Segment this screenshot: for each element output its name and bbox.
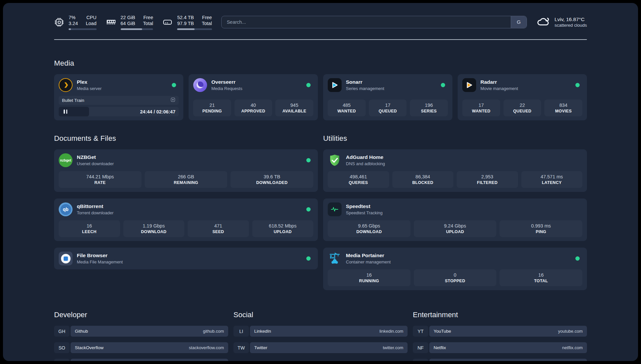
stat-value: 22 bbox=[505, 102, 540, 108]
stat-value: 17 bbox=[464, 102, 499, 108]
stat-label: RATE bbox=[60, 180, 140, 185]
header-divider bbox=[54, 39, 587, 40]
app-card-radarr: Radarr Movie management 17 WANTED 22 QUE… bbox=[458, 74, 587, 120]
stat-tile: 21 PENDING bbox=[193, 100, 231, 116]
app-name: Plex bbox=[77, 79, 102, 85]
stat-value: 2,953 bbox=[458, 174, 517, 180]
app-description: Container management bbox=[346, 259, 391, 265]
app-name: qBittorrent bbox=[77, 203, 113, 209]
utilities-column: Utilities bbox=[323, 120, 587, 290]
stat-tile: 22 QUEUED bbox=[504, 100, 541, 116]
stat-label: STOPPED bbox=[415, 279, 495, 283]
app-description: Torrent downloader bbox=[77, 210, 113, 216]
app-description: Media File Management bbox=[77, 259, 123, 265]
disk-total-value: 97.9 TB bbox=[177, 20, 194, 26]
stat-value: 21 bbox=[195, 102, 230, 108]
stat-tile: 744.21 Mbps RATE bbox=[59, 171, 141, 188]
section-title-media: Media bbox=[54, 59, 587, 68]
link-url: youtube.com bbox=[558, 329, 583, 334]
ram-free-value: 22 GiB bbox=[121, 15, 135, 20]
stat-label: UPLOAD bbox=[415, 229, 495, 234]
stat-tiles: 16 RUNNING 0 STOPPED 16 TOTAL bbox=[328, 265, 582, 286]
cpu-label: CPU bbox=[86, 15, 96, 20]
app-link-plex[interactable]: Plex Media server bbox=[59, 78, 179, 92]
portainer-icon bbox=[328, 252, 342, 265]
stat-label: BLOCKED bbox=[394, 180, 452, 185]
stat-tile: 16 LEECH bbox=[59, 220, 120, 237]
stat-tile: 485 WANTED bbox=[328, 100, 366, 116]
app-link-filebrowser[interactable]: File Browser Media File Management bbox=[59, 252, 313, 265]
cpu-icon bbox=[54, 17, 64, 27]
link-abbr: NF bbox=[413, 342, 428, 353]
ram-stat: 22 GiB Free 64 GiB Total bbox=[106, 15, 153, 30]
app-link-sonarr[interactable]: Sonarr Series management bbox=[328, 78, 448, 92]
app-description: Media server bbox=[77, 86, 102, 91]
stat-value: 17 bbox=[370, 102, 406, 108]
developer-links: Developer GH Github github.com SO StackO… bbox=[54, 311, 228, 361]
link-row-linkedin[interactable]: LI LinkedIn linkedin.com bbox=[233, 326, 408, 337]
stat-tile: 17 QUEUED bbox=[369, 100, 407, 116]
stat-tile: 471 SEED bbox=[188, 220, 249, 237]
link-row-twitter[interactable]: TW Twitter twitter.com bbox=[233, 342, 408, 353]
app-link-nzbget[interactable]: nzbget NZBGet Usenet downloader bbox=[59, 153, 313, 167]
app-name: Speedtest bbox=[346, 203, 382, 209]
link-row-reddit[interactable]: RE Reddit reddit.com bbox=[413, 359, 587, 361]
stat-tiles: 16 LEECH 1.19 Gbps DOWNLOAD 471 SEED 6 bbox=[59, 216, 313, 237]
stat-label: AVAILABLE bbox=[277, 109, 312, 113]
stat-label: DOWNLOAD bbox=[125, 229, 183, 234]
disk-progress-bar bbox=[177, 28, 212, 30]
stat-tile: 0 STOPPED bbox=[414, 269, 497, 286]
app-link-adguard[interactable]: AdGuard Home DNS and adblocking bbox=[328, 153, 582, 167]
now-playing-title: Bullet Train bbox=[62, 98, 170, 103]
link-name: YouTube bbox=[434, 329, 451, 334]
link-row-stackoverflow[interactable]: SO StackOverflow stackoverflow.com bbox=[54, 342, 228, 353]
app-link-portainer[interactable]: Media Portainer Container management bbox=[328, 252, 582, 265]
stat-value: 16 bbox=[501, 272, 581, 278]
stat-label: SEED bbox=[189, 229, 248, 234]
app-description: Speedtest Tracking bbox=[346, 210, 382, 216]
link-row-dev[interactable]: DT DEV dev.to bbox=[54, 359, 228, 361]
stat-label: PENDING bbox=[195, 109, 230, 113]
status-dot-online bbox=[306, 257, 311, 261]
stat-label: REMAINING bbox=[146, 180, 226, 185]
search-engine-button[interactable]: G bbox=[511, 16, 527, 28]
stat-tile: 196 SERIES bbox=[410, 100, 448, 116]
stat-value: 47.571 ms bbox=[523, 174, 581, 180]
qbittorrent-logo-text: qb bbox=[63, 207, 68, 212]
stat-value: 16 bbox=[60, 223, 119, 229]
dashboard-surface: 7% CPU 3.24 Load bbox=[3, 3, 638, 361]
app-link-speedtest[interactable]: Speedtest Speedtest Tracking bbox=[328, 202, 582, 216]
app-link-overseerr[interactable]: Overseerr Media Requests bbox=[193, 78, 313, 92]
stat-value: 0 bbox=[415, 272, 495, 278]
app-card-adguard: AdGuard Home DNS and adblocking 498,461 … bbox=[323, 149, 587, 192]
app-description: Usenet downloader bbox=[77, 161, 114, 167]
app-link-radarr[interactable]: Radarr Movie management bbox=[462, 78, 582, 92]
stat-label: LATENCY bbox=[523, 180, 581, 185]
stat-tiles: 21 PENDING 40 APPROVED 945 AVAILABLE bbox=[193, 96, 313, 116]
link-row-youtube[interactable]: YT YouTube youtube.com bbox=[413, 326, 587, 337]
app-link-qbittorrent[interactable]: qb qBittorrent Torrent downloader bbox=[59, 202, 313, 216]
app-name: Overseerr bbox=[211, 79, 242, 85]
stat-tile: 16 TOTAL bbox=[500, 269, 582, 286]
stat-label: FILTERED bbox=[458, 180, 517, 185]
status-dot-online bbox=[306, 83, 311, 87]
search-input[interactable] bbox=[222, 16, 511, 28]
disk-free-label: Free bbox=[202, 15, 212, 20]
app-card-filebrowser: File Browser Media File Management bbox=[54, 248, 318, 269]
app-card-nzbget: nzbget NZBGet Usenet downloader 744.21 M… bbox=[54, 149, 318, 192]
cast-icon[interactable] bbox=[170, 97, 175, 104]
link-row-netflix[interactable]: NF Netflix netflix.com bbox=[413, 342, 587, 353]
stat-value: 9.24 Gbps bbox=[415, 223, 495, 229]
entertainment-links: Entertainment YT YouTube youtube.com NF … bbox=[413, 311, 587, 361]
stat-value: 471 bbox=[189, 223, 248, 229]
stat-tiles: 498,461 QUERIES 86,384 BLOCKED 2,953 FIL… bbox=[328, 167, 582, 188]
pause-button[interactable] bbox=[59, 107, 89, 116]
link-url: twitter.com bbox=[383, 345, 403, 350]
radarr-icon bbox=[462, 78, 476, 92]
stat-tile: 9.65 Gbps DOWNLOAD bbox=[328, 220, 411, 237]
disk-stat: 52.4 TB Free 97.9 TB Total bbox=[162, 15, 212, 30]
cpu-load-value: 3.24 bbox=[69, 20, 78, 26]
link-row-github[interactable]: GH Github github.com bbox=[54, 326, 228, 337]
link-url: stackoverflow.com bbox=[189, 345, 224, 350]
stat-tile: 945 AVAILABLE bbox=[275, 100, 313, 116]
